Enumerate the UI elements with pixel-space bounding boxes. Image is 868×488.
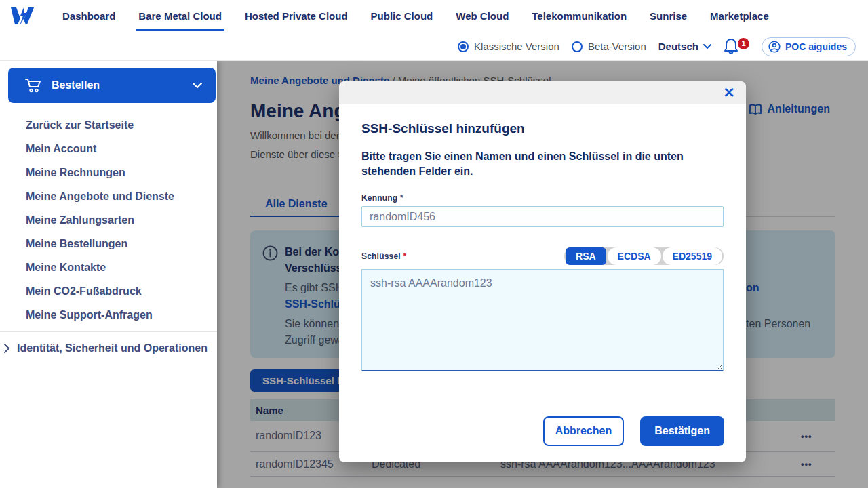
order-button-label: Bestellen xyxy=(52,79,100,92)
radio-beta-label: Beta-Version xyxy=(588,41,646,52)
name-field-label: Kennung * xyxy=(361,193,724,203)
sidebar-divider xyxy=(0,331,217,332)
app-window: Dashboard Bare Metal Cloud Hosted Privat… xyxy=(0,0,868,488)
cancel-button[interactable]: Abbrechen xyxy=(543,416,625,446)
close-icon[interactable]: ✕ xyxy=(719,83,739,103)
sidebar-item-zahlungsarten[interactable]: Meine Zahlungsarten xyxy=(0,208,217,232)
bell-icon xyxy=(724,37,738,55)
ovhcloud-logo[interactable] xyxy=(9,5,35,27)
nav-dashboard[interactable]: Dashboard xyxy=(60,1,118,31)
key-type-segmented-control: RSA ECDSA ED25519 xyxy=(564,247,724,265)
sidebar-item-bestellungen[interactable]: Meine Bestellungen xyxy=(0,232,217,256)
sidebar: Bestellen Zurück zur Startseite Mein Acc… xyxy=(0,61,217,488)
notification-badge: 1 xyxy=(738,38,749,49)
radio-classic-label: Klassische Version xyxy=(474,41,559,52)
key-type-ed25519[interactable]: ED25519 xyxy=(663,247,722,265)
radio-beta-version[interactable]: Beta-Version xyxy=(572,41,646,52)
add-ssh-key-modal: ✕ SSH-Schlüssel hinzufügen Bitte tragen … xyxy=(339,81,746,462)
nav-telekommunikation[interactable]: Telekommunikation xyxy=(529,1,629,31)
user-icon xyxy=(768,41,781,53)
nav-web-cloud[interactable]: Web Cloud xyxy=(453,1,511,31)
modal-footer: Abbrechen Bestätigen xyxy=(543,416,724,446)
radio-unselected-icon xyxy=(572,41,583,52)
sidebar-item-startseite[interactable]: Zurück zur Startseite xyxy=(0,113,217,137)
sidebar-item-support[interactable]: Meine Support-Anfragen xyxy=(0,303,217,327)
sidebar-item-account[interactable]: Mein Account xyxy=(0,137,217,161)
required-marker: * xyxy=(400,193,403,203)
nav-sunrise[interactable]: Sunrise xyxy=(647,1,690,31)
key-field-label: Schlüssel * xyxy=(361,251,406,261)
nav-hosted-private-cloud[interactable]: Hosted Private Cloud xyxy=(242,1,351,31)
sidebar-item-label: Identität, Sicherheit und Operationen xyxy=(17,342,208,354)
modal-description: Bitte tragen Sie einen Namen und einen S… xyxy=(361,149,711,179)
primary-nav: Dashboard Bare Metal Cloud Hosted Privat… xyxy=(60,0,772,32)
nav-public-cloud[interactable]: Public Cloud xyxy=(368,1,436,31)
chevron-down-icon xyxy=(703,44,711,49)
radio-classic-version[interactable]: Klassische Version xyxy=(458,41,559,52)
user-chip-label: POC aiguides xyxy=(785,41,847,52)
sidebar-item-identitaet[interactable]: Identität, Sicherheit und Operationen xyxy=(0,336,217,361)
notifications-bell[interactable]: 1 xyxy=(724,37,749,56)
language-label: Deutsch xyxy=(658,41,698,52)
sidebar-item-rechnungen[interactable]: Meine Rechnungen xyxy=(0,161,217,184)
sidebar-item-co2[interactable]: Mein CO2-Fußabdruck xyxy=(0,279,217,303)
key-value-textarea[interactable]: ssh-rsa AAAArandom123 xyxy=(361,269,724,371)
top-header: Dashboard Bare Metal Cloud Hosted Privat… xyxy=(0,0,868,61)
radio-selected-icon xyxy=(458,41,469,52)
header-utilities: Klassische Version Beta-Version Deutsch … xyxy=(458,32,856,61)
sidebar-item-kontakte[interactable]: Meine Kontakte xyxy=(0,256,217,279)
key-type-rsa[interactable]: RSA xyxy=(566,247,606,265)
nav-bare-metal-cloud[interactable]: Bare Metal Cloud xyxy=(136,1,224,31)
key-field-row: Schlüssel * RSA ECDSA ED25519 xyxy=(361,247,724,265)
sidebar-item-angebote-dienste[interactable]: Meine Angebote und Dienste xyxy=(0,184,217,208)
chevron-down-icon xyxy=(193,83,202,89)
user-menu[interactable]: POC aiguides xyxy=(762,37,856,56)
sidebar-menu: Zurück zur Startseite Mein Account Meine… xyxy=(0,113,217,361)
required-marker: * xyxy=(403,251,406,261)
modal-title: SSH-Schlüssel hinzufügen xyxy=(361,121,724,136)
modal-header-strip: ✕ xyxy=(339,81,746,104)
key-type-ecdsa[interactable]: ECDSA xyxy=(608,247,661,265)
confirm-button[interactable]: Bestätigen xyxy=(640,416,724,446)
key-name-input[interactable] xyxy=(361,206,724,227)
cart-icon xyxy=(24,77,42,94)
chevron-right-icon xyxy=(4,344,10,353)
nav-marketplace[interactable]: Marketplace xyxy=(707,1,772,31)
order-button[interactable]: Bestellen xyxy=(8,68,216,103)
language-selector[interactable]: Deutsch xyxy=(658,41,711,52)
